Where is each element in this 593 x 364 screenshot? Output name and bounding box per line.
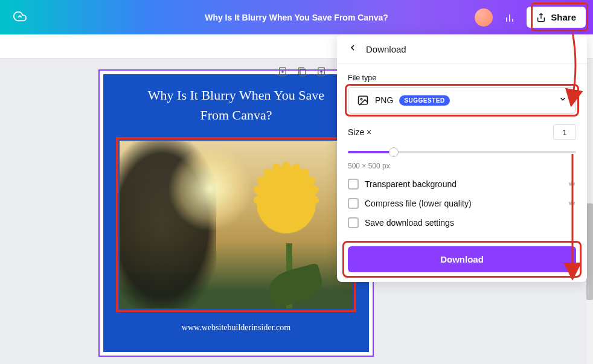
compress-option[interactable]: Compress file (lower quality) [348, 198, 576, 209]
compress-checkbox[interactable] [348, 198, 359, 209]
suggested-badge: SUGGESTED [399, 95, 449, 106]
file-type-value: PNG [375, 95, 393, 105]
download-panel: Download File type PNG SUGGESTED Size × … [337, 34, 587, 282]
dimensions-text: 500 × 500 px [348, 162, 576, 170]
size-row: Size × [348, 124, 576, 140]
annotation-image-highlight [116, 137, 356, 312]
compress-label: Compress file (lower quality) [365, 199, 562, 208]
share-button-label: Share [551, 12, 576, 22]
panel-body: File type PNG SUGGESTED Size × 500 × 500… [337, 64, 587, 282]
share-button[interactable]: Share [527, 7, 586, 28]
panel-header: Download [337, 34, 587, 64]
scroll-thumb[interactable] [586, 203, 593, 300]
canvas-wrapper[interactable]: Why Is It Blurry When You Save From Canv… [98, 69, 374, 357]
image-file-icon [357, 94, 369, 106]
canvas-title[interactable]: Why Is It Blurry When You Save From Canv… [148, 85, 324, 125]
file-type-select[interactable]: PNG SUGGESTED [348, 87, 576, 113]
chevron-down-icon [559, 95, 567, 106]
file-type-label: File type [348, 74, 576, 82]
download-button[interactable]: Download [348, 246, 576, 272]
duplicate-page-icon[interactable] [296, 66, 308, 78]
page-tools [277, 66, 327, 78]
save-settings-checkbox[interactable] [348, 217, 359, 228]
save-settings-label: Save download settings [365, 218, 576, 228]
save-settings-option[interactable]: Save download settings [348, 217, 576, 228]
analytics-button[interactable] [499, 7, 521, 28]
transparent-checkbox[interactable] [348, 179, 359, 190]
svg-rect-7 [300, 69, 306, 76]
design-canvas[interactable]: Why Is It Blurry When You Save From Canv… [103, 74, 369, 352]
transparent-option[interactable]: Transparent background [348, 179, 576, 190]
crown-icon [568, 179, 576, 190]
top-right-controls: Share [475, 7, 586, 28]
canvas-footer[interactable]: www.websitebuilderinsider.com [182, 323, 290, 333]
scrollbar[interactable] [586, 59, 593, 364]
back-icon[interactable] [348, 43, 357, 55]
slider-thumb[interactable] [389, 147, 399, 157]
size-slider[interactable] [348, 146, 576, 158]
upload-icon[interactable] [315, 66, 327, 78]
svg-rect-10 [359, 96, 368, 104]
crown-icon [568, 199, 576, 209]
top-bar: Why Is It Blurry When You Save From Canv… [0, 0, 593, 34]
svg-point-11 [361, 98, 362, 100]
sunflower-image[interactable] [120, 141, 353, 308]
document-title[interactable]: Why Is It Blurry When You Save From Canv… [205, 13, 388, 22]
add-page-icon[interactable] [277, 66, 289, 78]
size-label: Size × [348, 127, 371, 137]
cloud-save-icon[interactable] [13, 10, 27, 25]
avatar[interactable] [475, 8, 493, 27]
transparent-label: Transparent background [365, 179, 562, 189]
download-button-wrap: Download [348, 246, 576, 272]
size-input[interactable] [553, 124, 576, 140]
panel-title: Download [366, 44, 406, 54]
